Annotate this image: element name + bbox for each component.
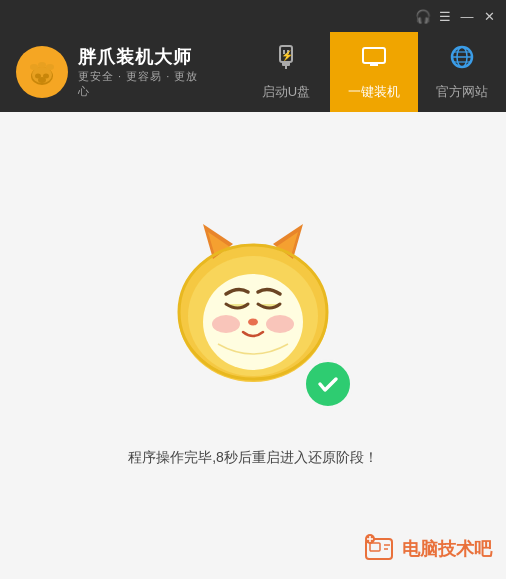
logo-icon <box>16 46 68 98</box>
svg-rect-11 <box>282 62 290 66</box>
app-name: 胖爪装机大师 <box>78 45 200 69</box>
status-text: 程序操作完毕,8秒后重启进入还原阶段！ <box>128 449 378 467</box>
watermark-icon <box>364 533 396 565</box>
svg-point-2 <box>30 64 38 70</box>
headphone-button[interactable]: 🎧 <box>414 7 432 25</box>
watermark: 电脑技术吧 <box>364 533 492 565</box>
tab-usb-label: 启动U盘 <box>262 83 310 101</box>
nav-tabs: ⚡ 启动U盘 一键装机 <box>242 32 506 112</box>
check-badge <box>303 359 353 409</box>
svg-rect-34 <box>370 543 380 551</box>
mascot-container <box>153 204 353 414</box>
monitor-icon <box>360 43 388 77</box>
tab-website-label: 官方网站 <box>436 83 488 101</box>
tab-usb[interactable]: ⚡ 启动U盘 <box>242 32 330 112</box>
svg-point-4 <box>46 64 54 70</box>
menu-button[interactable]: ☰ <box>436 7 454 25</box>
svg-rect-14 <box>363 48 385 63</box>
logo-text: 胖爪装机大师 更安全 · 更容易 · 更放心 <box>78 45 200 99</box>
usb-icon: ⚡ <box>272 43 300 77</box>
main-content: 程序操作完毕,8秒后重启进入还原阶段！ 电脑技术吧 <box>0 112 506 579</box>
svg-text:⚡: ⚡ <box>281 49 294 62</box>
tab-website[interactable]: 官方网站 <box>418 32 506 112</box>
ie-icon <box>448 43 476 77</box>
tab-install-label: 一键装机 <box>348 83 400 101</box>
minimize-button[interactable]: — <box>458 7 476 25</box>
header: 胖爪装机大师 更安全 · 更容易 · 更放心 ⚡ 启动U盘 <box>0 32 506 112</box>
watermark-text: 电脑技术吧 <box>402 537 492 561</box>
svg-point-3 <box>38 62 46 68</box>
app-subtitle: 更安全 · 更容易 · 更放心 <box>78 69 200 99</box>
logo-area: 胖爪装机大师 更安全 · 更容易 · 更放心 <box>0 45 200 99</box>
svg-point-32 <box>248 319 258 326</box>
close-button[interactable]: ✕ <box>480 7 498 25</box>
titlebar: 🎧 ☰ — ✕ <box>0 0 506 32</box>
svg-point-30 <box>212 315 240 333</box>
svg-point-31 <box>266 315 294 333</box>
svg-point-7 <box>38 77 46 83</box>
tab-install[interactable]: 一键装机 <box>330 32 418 112</box>
